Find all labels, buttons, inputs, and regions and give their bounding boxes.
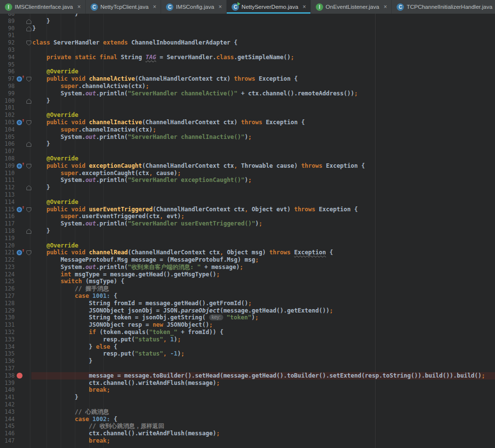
override-method-icon[interactable]: o↑: [17, 207, 22, 212]
line-number[interactable]: 121: [0, 249, 15, 256]
fold-up-icon[interactable]: [26, 98, 32, 104]
fold-down-icon[interactable]: [26, 76, 32, 82]
line-number[interactable]: 94: [0, 54, 15, 61]
code-line[interactable]: 142: [0, 401, 495, 408]
tab-oneventlistener-java[interactable]: IOnEventListener.java×: [311, 0, 392, 14]
code-line[interactable]: 109o↑ public void exceptionCaught(Channe…: [0, 162, 495, 170]
line-number[interactable]: 97: [0, 75, 15, 83]
fold-down-icon[interactable]: [26, 40, 32, 46]
line-number[interactable]: 135: [0, 350, 15, 358]
code-line[interactable]: 138 message = message.toBuilder().setHea…: [0, 372, 495, 380]
line-number[interactable]: 104: [0, 126, 15, 134]
code-line[interactable]: 125 switch (msgType) {: [0, 278, 495, 285]
code-line[interactable]: 147 break;: [0, 437, 495, 445]
line-number[interactable]: 140: [0, 386, 15, 394]
code-line[interactable]: 137: [0, 365, 495, 372]
line-number[interactable]: 119: [0, 235, 15, 242]
code-line[interactable]: 92class ServerHandler extends ChannelInb…: [0, 39, 495, 46]
line-number[interactable]: 144: [0, 416, 15, 423]
code-line[interactable]: 95: [0, 61, 495, 68]
code-line[interactable]: 141 }: [0, 394, 495, 401]
code-line[interactable]: 121o↑ public void channelRead(ChannelHan…: [0, 249, 495, 256]
line-number[interactable]: 147: [0, 437, 15, 445]
code-line[interactable]: 123 System.out.println("收到来自客户端的消息: " + …: [0, 264, 495, 271]
fold-up-icon[interactable]: [26, 26, 32, 32]
line-number[interactable]: 132: [0, 329, 15, 336]
close-icon[interactable]: ×: [383, 3, 387, 10]
line-number[interactable]: 93: [0, 46, 15, 54]
code-line[interactable]: 133 resp.put("status", 1);: [0, 336, 495, 343]
line-number[interactable]: 137: [0, 365, 15, 372]
fold-down-icon[interactable]: [26, 163, 32, 169]
fold-up-icon[interactable]: [26, 185, 32, 191]
code-line[interactable]: 146 ctx.channel().writeAndFlush(message)…: [0, 430, 495, 437]
code-line[interactable]: 91: [0, 32, 495, 39]
code-line[interactable]: 112 }: [0, 184, 495, 191]
line-number[interactable]: 134: [0, 343, 15, 351]
code-line[interactable]: 113: [0, 191, 495, 199]
code-line[interactable]: 98 super.channelActive(ctx);: [0, 83, 495, 90]
line-number[interactable]: 142: [0, 401, 15, 408]
code-line[interactable]: 96 @Override: [0, 68, 495, 75]
code-line[interactable]: 126 // 握手消息: [0, 285, 495, 292]
code-line[interactable]: 140 break;: [0, 386, 495, 394]
code-line[interactable]: 132 if (token.equals("token_" + fromId))…: [0, 329, 495, 336]
code-line[interactable]: 117 System.out.println("ServerHandler us…: [0, 220, 495, 227]
line-number[interactable]: 90: [0, 25, 15, 32]
code-line[interactable]: 134 } else {: [0, 343, 495, 351]
code-line[interactable]: 107: [0, 148, 495, 155]
code-line[interactable]: 97o↑ public void channelActive(ChannelHa…: [0, 75, 495, 83]
code-line[interactable]: 130 String token = jsonObj.getString( ke…: [0, 314, 495, 321]
line-number[interactable]: 128: [0, 300, 15, 307]
line-number[interactable]: 112: [0, 184, 15, 191]
code-line[interactable]: 103o↑ public void channelInactive(Channe…: [0, 119, 495, 126]
line-number[interactable]: 124: [0, 271, 15, 278]
line-number[interactable]: 118: [0, 227, 15, 235]
line-number[interactable]: 129: [0, 307, 15, 314]
code-line[interactable]: 120 @Override: [0, 242, 495, 249]
code-line[interactable]: 93: [0, 46, 495, 54]
line-number[interactable]: 141: [0, 394, 15, 401]
code-line[interactable]: 129 JSONObject jsonObj = JSON.parseObjec…: [0, 307, 495, 314]
code-line[interactable]: 131 JSONObject resp = new JSONObject();: [0, 321, 495, 329]
line-number[interactable]: 92: [0, 39, 15, 46]
tab-imsconfig-java[interactable]: CIMSConfig.java×: [161, 0, 227, 14]
close-icon[interactable]: ×: [218, 3, 222, 10]
line-number[interactable]: 91: [0, 32, 15, 39]
line-number[interactable]: 113: [0, 191, 15, 199]
breakpoint-icon[interactable]: [17, 373, 23, 379]
code-line[interactable]: 108 @Override: [0, 155, 495, 162]
line-number[interactable]: 138: [0, 372, 15, 380]
line-number[interactable]: 130: [0, 314, 15, 321]
code-line[interactable]: 145 // 收到心跳消息，原样返回: [0, 423, 495, 430]
line-number[interactable]: 103: [0, 119, 15, 126]
close-icon[interactable]: ×: [302, 3, 306, 10]
line-number[interactable]: 123: [0, 264, 15, 271]
code-line[interactable]: 135 resp.put("status", -1);: [0, 350, 495, 358]
code-line[interactable]: 114 @Override: [0, 199, 495, 206]
code-line[interactable]: 118 }: [0, 227, 495, 235]
line-number[interactable]: 146: [0, 430, 15, 437]
code-line[interactable]: 99 System.out.println("ServerHandler cha…: [0, 90, 495, 97]
code-line[interactable]: 139 ctx.channel().writeAndFlush(message)…: [0, 380, 495, 387]
line-number[interactable]: 109: [0, 162, 15, 170]
line-number[interactable]: 110: [0, 170, 15, 177]
code-line[interactable]: 116 super.userEventTriggered(ctx, evt);: [0, 213, 495, 220]
line-number[interactable]: 136: [0, 358, 15, 365]
code-line[interactable]: 94 private static final String TAG = Ser…: [0, 54, 495, 61]
override-method-icon[interactable]: o↑: [17, 163, 22, 169]
line-number[interactable]: 143: [0, 408, 15, 416]
code-line[interactable]: 144 case 1002: {: [0, 416, 495, 423]
line-number[interactable]: 100: [0, 97, 15, 105]
line-number[interactable]: 115: [0, 206, 15, 213]
line-number[interactable]: 126: [0, 285, 15, 292]
tab-nettytcpclient-java[interactable]: CNettyTcpClient.java×: [86, 0, 161, 14]
code-line[interactable]: 124 int msgType = message.getHead().getM…: [0, 271, 495, 278]
tab-imsclientinterface-java[interactable]: IIMSClientInterface.java×: [0, 0, 86, 14]
line-number[interactable]: 99: [0, 90, 15, 97]
override-method-icon[interactable]: o↑: [17, 76, 22, 82]
line-number[interactable]: 116: [0, 213, 15, 220]
override-method-icon[interactable]: o↑: [17, 250, 22, 255]
code-line[interactable]: 136 }: [0, 358, 495, 365]
fold-up-icon[interactable]: [26, 141, 32, 147]
